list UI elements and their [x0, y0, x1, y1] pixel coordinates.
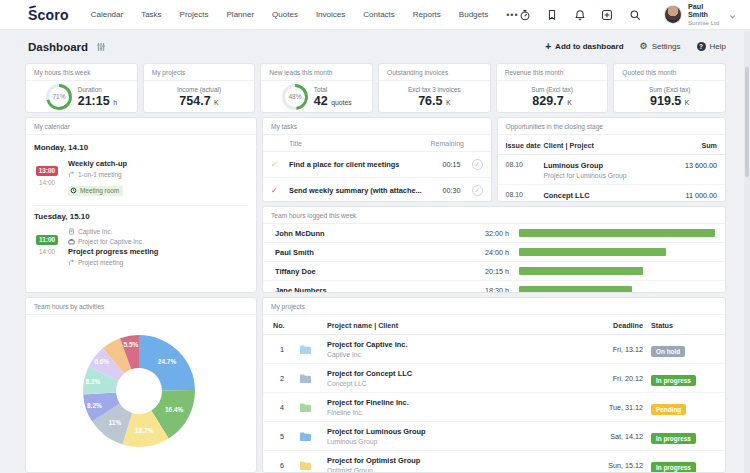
member-hours: 24:00 h [473, 248, 519, 257]
pie-slice-label: 5.5% [124, 341, 139, 348]
widget-title: New leads this month [261, 64, 372, 81]
team-hours-row[interactable]: Paul Smith 24:00 h [263, 243, 725, 262]
task-row[interactable]: ✓ Find a place for client meetings 00:15… [263, 152, 491, 178]
task-row[interactable]: ✓ Send weekly summary (with attache... 0… [263, 178, 491, 202]
user-company: Sunrise Ltd [688, 19, 723, 26]
widget-title: Team hours by activities [26, 298, 256, 315]
add-new-icon[interactable] [601, 8, 613, 21]
widget-title: My calendar [26, 118, 256, 135]
task-complete-icon[interactable]: ✓ [472, 185, 483, 196]
team-hours-row[interactable]: Jane Numbers 18:30 h [263, 281, 725, 293]
opportunities-widget: Opportunities in the closing stage Issue… [497, 117, 727, 202]
folder-icon [299, 460, 312, 471]
status-badge: On hold [651, 346, 685, 357]
project-client: Optimist Group [327, 467, 595, 473]
pie-slice-label: 11% [109, 419, 122, 426]
pie-slice-label: 16.4% [165, 406, 184, 413]
project-deadline: Tue, 31.12 [595, 403, 651, 412]
nav-item-quotes[interactable]: Quotes [272, 10, 298, 19]
project-row[interactable]: 2 Project for Concept LLC Concept LLC Fr… [263, 364, 725, 393]
bell-icon[interactable] [574, 8, 586, 21]
event-end-time: 14:00 [34, 248, 60, 255]
widget-title: My hours this week [26, 64, 137, 81]
page-header: Dashboard + Add to dashboard ⚙ Settings … [0, 30, 750, 63]
project-name: Project for Concept LLC [327, 369, 595, 378]
kpi-value: 21:15 h [78, 94, 117, 108]
project-no: 6 [273, 461, 299, 470]
nav-item-projects[interactable]: Projects [180, 10, 209, 19]
task-complete-icon[interactable]: ✓ [472, 159, 483, 170]
kpi-outstanding-invoices[interactable]: Outstanding invoices Excl tax 3 invoices… [378, 63, 491, 113]
kpi-quoted-this-month[interactable]: Quoted this month Sum (Excl tax) 919.5 K [613, 63, 726, 113]
opportunities-header: Issue date Client | Project Sum [498, 135, 726, 155]
kpi-my-projects[interactable]: My projects Income (actual) 754.7 K [143, 63, 256, 113]
settings-button[interactable]: ⚙ Settings [640, 42, 681, 51]
nav-item-contacts[interactable]: Contacts [363, 10, 395, 19]
calendar-event[interactable]: 13:00 14:00 Weekly catch-up 1-on-1 meeti… [34, 157, 248, 206]
team-hours-row[interactable]: Tiffany Doe 20:15 h [263, 262, 725, 281]
team-hours-by-activities-widget: Team hours by activities 24.7%16.4%13.7%… [25, 297, 257, 473]
kpi-new-leads[interactable]: New leads this month 48% Total 42 quotes [260, 63, 373, 113]
opportunity-row[interactable]: 08.10 Luminous Group Project for Luminou… [498, 155, 726, 185]
status-badge: Pending [651, 404, 686, 415]
project-row[interactable]: 1 Project for Captive Inc. Captive Inc. … [263, 335, 725, 364]
opportunity-row[interactable]: 08.10 Concept LLC Project for Concept LL… [498, 185, 726, 202]
scrollbar-thumb[interactable] [745, 67, 749, 177]
pie-slice-label: 13.7% [135, 427, 154, 434]
kpi-row: My hours this week 71% Duration 21:15 h … [25, 63, 726, 113]
project-name: Project for Luminous Group [327, 427, 595, 436]
nav-item-tasks[interactable]: Tasks [141, 10, 161, 19]
kpi-my-hours-this-week[interactable]: My hours this week 71% Duration 21:15 h [25, 63, 138, 113]
project-row[interactable]: 6 Project for Optimist Group Optimist Gr… [263, 451, 725, 473]
col-title: Title [289, 140, 431, 147]
widget-title: Quoted this month [614, 64, 725, 81]
event-type: 1-on-1 meeting [68, 171, 248, 178]
kpi-value: 919.5 K [649, 94, 691, 108]
project-deadline: Sun, 15.12 [595, 461, 651, 470]
event-title: Weekly catch-up [68, 159, 248, 168]
more-menu-icon[interactable]: ••• [506, 10, 518, 20]
project-deadline: Fri, 20.12 [595, 374, 651, 383]
col-issue-date: Issue date [506, 141, 544, 150]
page-scrollbar[interactable] [744, 31, 750, 473]
search-icon[interactable] [628, 8, 640, 21]
briefcase-icon [68, 238, 75, 245]
hours-donut-gauge: 71% [46, 84, 72, 110]
nav-item-planner[interactable]: Planner [227, 10, 255, 19]
pie-slice-label: 24.7% [158, 358, 177, 365]
widget-title: Opportunities in the closing stage [498, 118, 726, 135]
project-name: Project for Fineline Inc. [327, 398, 595, 407]
nav-item-calendar[interactable]: Calendar [91, 10, 123, 19]
team-hours-row[interactable]: John McDunn 32:00 h [263, 224, 725, 243]
event-start-time: 11:00 [36, 235, 58, 245]
kpi-revenue-this-month[interactable]: Revenue this month Sum (Excl tax) 829.7 … [496, 63, 609, 113]
timer-icon[interactable] [519, 8, 531, 21]
pie-slice-label: 6.6% [94, 358, 109, 365]
opportunity-client: Concept LLC [544, 191, 662, 200]
nav-item-invoices[interactable]: Invoices [316, 10, 345, 19]
avatar [664, 5, 682, 24]
kpi-label: Excl tax 3 invoices [408, 86, 461, 93]
folder-icon [299, 373, 312, 384]
task-priority-icon: ✓ [271, 160, 289, 169]
project-row[interactable]: 4 Project for Fineline Inc. Fineline Inc… [263, 393, 725, 422]
member-hours: 20:15 h [473, 267, 519, 276]
event-project: Project for Captive Inc. [68, 238, 248, 245]
nav-item-reports[interactable]: Reports [413, 10, 441, 19]
hours-bar [519, 267, 715, 275]
nav-item-budgets[interactable]: Budgets [459, 10, 488, 19]
project-row[interactable]: 5 Project for Luminous Group Luminous Gr… [263, 422, 725, 451]
scoro-logo[interactable]: Scoro [28, 7, 69, 23]
help-button[interactable]: ? Help [697, 42, 726, 51]
calendar-event[interactable]: 11:00 14:00 Captive Inc. Project for Cap… [34, 226, 248, 275]
pie-slice-label: 8.2% [85, 378, 100, 385]
dashboard-filter-icon[interactable] [96, 38, 106, 56]
user-menu[interactable]: Paul Smith Sunrise Ltd [664, 3, 736, 27]
bookmark-icon[interactable] [546, 8, 558, 21]
my-calendar-widget: My calendar Monday, 14.10 13:00 14:00 We… [25, 117, 257, 293]
event-start-time: 13:00 [36, 166, 58, 176]
add-to-dashboard-button[interactable]: + Add to dashboard [545, 41, 623, 52]
calendar-day-heading: Monday, 14.10 [34, 137, 248, 157]
user-name: Paul Smith [688, 3, 723, 20]
projects-header: No. Project name | Client Deadline Statu… [263, 315, 725, 335]
